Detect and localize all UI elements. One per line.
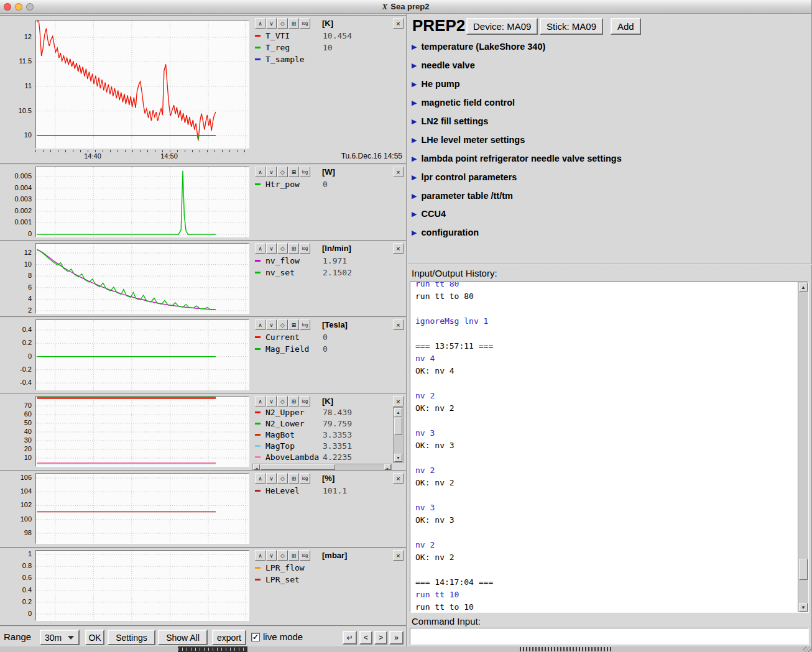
zoom-button[interactable]: ◇ bbox=[277, 243, 288, 254]
pan-down-button[interactable]: ∨ bbox=[266, 167, 277, 177]
log-scale-button[interactable]: log bbox=[300, 396, 310, 406]
range-select[interactable]: 30m bbox=[40, 630, 80, 645]
legend-item[interactable]: HeLevel101.1 bbox=[255, 485, 392, 497]
zoom-button[interactable]: ◇ bbox=[277, 18, 288, 29]
legend-item[interactable]: AboveLambda4.2235 bbox=[255, 451, 390, 462]
plot-area[interactable] bbox=[35, 473, 249, 544]
live-mode-checkbox[interactable]: ✓ bbox=[251, 633, 260, 641]
log-scale-button[interactable]: log bbox=[300, 319, 310, 330]
tree-item-parameter-table[interactable]: ▶parameter table /tt/tm bbox=[412, 188, 513, 203]
legend-item[interactable]: T_VTI10.454 bbox=[255, 30, 392, 42]
legend-item[interactable]: T_sample bbox=[255, 53, 392, 65]
plot-area[interactable] bbox=[35, 243, 249, 314]
pan-down-button[interactable]: ∨ bbox=[266, 396, 277, 406]
legend-item[interactable]: LPR_flow bbox=[255, 562, 392, 574]
plot-area[interactable] bbox=[35, 396, 249, 467]
tree-item-he-pump[interactable]: ▶He pump bbox=[412, 76, 460, 91]
close-chart-button[interactable]: × bbox=[393, 319, 404, 330]
history-scrollbar[interactable]: ▲ ▼ bbox=[798, 282, 808, 612]
scrollbar-thumb[interactable] bbox=[261, 464, 335, 470]
scroll-left-icon[interactable]: ◂ bbox=[253, 464, 260, 470]
pan-down-button[interactable]: ∨ bbox=[266, 319, 277, 330]
grid-button[interactable]: ⊞ bbox=[288, 550, 299, 561]
pan-up-button[interactable]: ∧ bbox=[255, 18, 265, 29]
io-history-box[interactable]: run tt 80run tt to 80 ignoreMsg lnv 1 ==… bbox=[410, 282, 809, 613]
grid-button[interactable]: ⊞ bbox=[288, 396, 299, 406]
pan-up-button[interactable]: ∧ bbox=[255, 167, 265, 177]
scroll-up-icon[interactable]: ▲ bbox=[799, 283, 808, 292]
page-right-button[interactable]: > bbox=[374, 631, 387, 645]
pan-up-button[interactable]: ∧ bbox=[255, 396, 265, 406]
grid-button[interactable]: ⊞ bbox=[288, 473, 299, 484]
settings-button[interactable]: Settings bbox=[108, 630, 155, 645]
grid-button[interactable]: ⊞ bbox=[288, 167, 299, 177]
log-scale-button[interactable]: log bbox=[300, 167, 310, 177]
legend-item[interactable]: LPR_set bbox=[255, 574, 392, 585]
scrollbar-thumb[interactable] bbox=[799, 559, 808, 580]
add-button[interactable]: Add bbox=[611, 18, 641, 35]
scroll-down-icon[interactable]: ▼ bbox=[394, 454, 402, 462]
tree-item-configuration[interactable]: ▶configuration bbox=[412, 225, 479, 240]
pan-up-button[interactable]: ∧ bbox=[255, 319, 265, 330]
legend-item[interactable]: MagBot3.3353 bbox=[255, 429, 390, 440]
page-end-button[interactable]: » bbox=[389, 631, 404, 645]
legend-item[interactable]: Htr_pow0 bbox=[255, 178, 392, 190]
zoom-button[interactable]: ◇ bbox=[277, 473, 288, 484]
grid-button[interactable]: ⊞ bbox=[288, 18, 299, 29]
legend-vertical-scrollbar[interactable]: ▲ ▼ bbox=[393, 407, 404, 463]
resize-grip[interactable] bbox=[803, 646, 811, 652]
scroll-down-icon[interactable]: ▼ bbox=[799, 603, 808, 612]
pan-down-button[interactable]: ∨ bbox=[266, 473, 277, 484]
grid-button[interactable]: ⊞ bbox=[288, 243, 299, 254]
zoom-button[interactable]: ◇ bbox=[277, 396, 288, 406]
pan-down-button[interactable]: ∨ bbox=[266, 550, 277, 561]
pan-up-button[interactable]: ∧ bbox=[255, 473, 265, 484]
log-scale-button[interactable]: log bbox=[300, 243, 310, 254]
legend-item[interactable]: N2_Lower79.759 bbox=[255, 418, 390, 429]
ok-button[interactable]: OK bbox=[85, 630, 104, 645]
legend-item[interactable]: Mag_Field0 bbox=[255, 343, 392, 355]
device-button[interactable]: Device: MA09 bbox=[466, 18, 538, 35]
legend-item[interactable]: nv_set2.1502 bbox=[255, 267, 392, 278]
plot-area[interactable] bbox=[35, 319, 249, 390]
close-chart-button[interactable]: × bbox=[393, 550, 404, 561]
live-mode-label[interactable]: live mode bbox=[263, 631, 303, 642]
tree-item-needle-valve[interactable]: ▶needle valve bbox=[412, 58, 475, 73]
legend-item[interactable]: Current0 bbox=[255, 331, 392, 343]
close-chart-button[interactable]: × bbox=[393, 167, 404, 177]
plot-area[interactable] bbox=[35, 167, 249, 237]
pan-up-button[interactable]: ∧ bbox=[255, 243, 265, 254]
pan-up-button[interactable]: ∧ bbox=[255, 550, 265, 561]
tree-item-ln2-fill[interactable]: ▶LN2 fill settings bbox=[412, 114, 488, 129]
export-button[interactable]: export bbox=[212, 630, 246, 645]
close-chart-button[interactable]: × bbox=[393, 18, 404, 29]
legend-item[interactable]: N2_Upper78.439 bbox=[255, 406, 390, 418]
show-all-button[interactable]: Show All bbox=[158, 630, 208, 645]
log-scale-button[interactable]: log bbox=[300, 550, 310, 561]
scroll-up-icon[interactable]: ▲ bbox=[394, 408, 402, 416]
plot-area[interactable] bbox=[35, 20, 249, 149]
title-bar[interactable]: XSea prep2 bbox=[0, 0, 811, 14]
jump-to-latest-button[interactable]: ↵ bbox=[343, 631, 357, 645]
pan-down-button[interactable]: ∨ bbox=[266, 243, 277, 254]
scroll-right-icon[interactable]: ▸ bbox=[384, 464, 391, 470]
tree-item-lpr-control[interactable]: ▶lpr control parameters bbox=[412, 170, 517, 185]
plot-area[interactable] bbox=[35, 550, 249, 621]
tree-item-magnetic-field[interactable]: ▶magnetic field control bbox=[412, 95, 515, 110]
tree-item-ccu4[interactable]: ▶CCU4 bbox=[412, 206, 446, 221]
scrollbar-thumb[interactable] bbox=[394, 418, 402, 435]
tree-item-lambda-point[interactable]: ▶lambda point refrigerator needle valve … bbox=[412, 151, 622, 166]
page-left-button[interactable]: < bbox=[359, 631, 372, 645]
command-input[interactable] bbox=[410, 628, 809, 645]
zoom-button[interactable]: ◇ bbox=[277, 167, 288, 177]
pan-down-button[interactable]: ∨ bbox=[266, 18, 277, 29]
log-scale-button[interactable]: log bbox=[300, 18, 310, 29]
tree-item-temperature[interactable]: ▶temperature (LakeShore 340) bbox=[412, 39, 545, 54]
legend-item[interactable]: T_reg10 bbox=[255, 42, 392, 53]
stick-button[interactable]: Stick: MA09 bbox=[540, 18, 603, 35]
grid-button[interactable]: ⊞ bbox=[288, 319, 299, 330]
close-chart-button[interactable]: × bbox=[393, 473, 404, 484]
log-scale-button[interactable]: log bbox=[300, 473, 310, 484]
zoom-button[interactable]: ◇ bbox=[277, 550, 288, 561]
zoom-button[interactable]: ◇ bbox=[277, 319, 288, 330]
